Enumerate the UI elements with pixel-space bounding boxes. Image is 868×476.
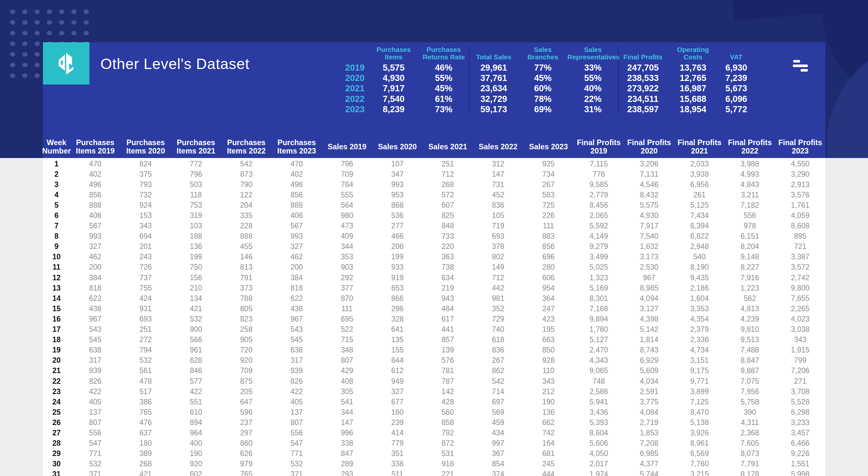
table-cell: 414 [372,429,423,437]
summary-rows: 20195,57546%29,96177%33%247,70513,7636,9… [341,63,754,115]
table-cell: 794 [120,346,171,354]
table-cell: 532 [171,315,221,324]
table-cell: 997 [473,439,523,448]
table-cell: 107 [372,160,423,168]
table-cell: 353 [322,252,372,261]
table-cell: 3,988 [724,160,775,168]
table-cell: 6,569 [674,449,724,458]
table-cell: 317 [70,356,120,365]
summary-row: 20195,57546%29,96177%33%247,70513,7636,9… [341,63,754,73]
table-cell: 5,609 [624,366,674,375]
table-row: 89936941888889934094667336938834,1497,54… [43,231,826,242]
table-cell: 733 [423,232,473,241]
table-column-header: Final Profits 2020 [624,135,674,158]
table-cell: 7,208 [624,439,674,448]
table-cell: 219 [423,284,473,293]
week-number-cell: 6 [43,211,70,220]
summary-value: 238,533 [618,73,668,83]
table-cell: 327 [70,242,120,251]
table-cell: 542 [473,377,523,386]
table-cell: 406 [272,211,322,220]
table-cell: 267 [473,356,523,365]
table-cell: 271 [775,377,826,386]
table-cell: 622 [70,294,120,303]
table-cell: 267 [523,180,574,189]
table-row: 138187552103738183776532194429545,1698,9… [43,283,826,293]
table-column-header: Sales 2023 [523,135,574,158]
table-cell: 421 [171,304,221,313]
week-number-cell: 29 [43,449,70,458]
table-column-header: Week Number [43,135,70,158]
table-cell: 7,125 [674,398,724,406]
table-cell: 2,913 [775,180,826,189]
table-cell: 134 [171,294,221,303]
table-row: 169676935328239676953286177294239,8944,3… [43,314,826,324]
table-cell: 2,591 [624,387,674,396]
table-column-header: Purchases Items 2020 [120,135,171,158]
table-cell: 9,894 [574,315,624,324]
table-cell: 405 [70,398,120,406]
table-cell: 5,744 [624,470,674,476]
table-body: 14708247725424707961072513129257,1153,20… [43,159,826,476]
table-cell: 818 [70,284,120,293]
table-cell: 854 [473,460,523,468]
table-cell: 422 [70,387,120,396]
table-cell: 7,540 [624,232,674,241]
table-cell: 807 [322,356,372,365]
table-cell: 826 [70,377,120,386]
table-cell: 289 [322,460,372,468]
table-cell: 7,182 [724,201,775,210]
table-column-header: Sales 2020 [372,135,423,158]
table-cell: 335 [221,211,272,220]
table-cell: 647 [221,398,272,406]
menu-icon[interactable] [793,60,810,73]
table-cell: 351 [372,449,423,458]
table-cell: 429 [322,366,372,375]
table-cell: 9,800 [775,284,826,293]
table-cell: 964 [171,429,221,437]
table-column-header: Final Profits 2021 [674,135,724,158]
table-cell: 373 [221,284,272,293]
table-cell: 3,499 [574,252,624,261]
table-cell: 405 [272,398,322,406]
table-cell: 6,151 [724,232,775,241]
table-cell: 2,470 [574,346,624,354]
table-cell: 560 [423,408,473,417]
table-cell: 3,387 [775,252,826,261]
summary-value: 23,634 [469,83,518,94]
table-row: 268074768942378071472398584596625,3932,7… [43,417,826,428]
table-cell: 110 [523,366,574,375]
table-cell: 8,743 [624,346,674,354]
table-cell: 428 [423,398,473,406]
table-cell: 210 [171,284,221,293]
table-cell: 424 [120,294,171,303]
table-cell: 928 [523,356,574,365]
table-cell: 949 [372,377,423,386]
table-cell: 719 [473,222,523,230]
table-cell: 190 [171,449,221,458]
table-cell: 732 [120,191,171,199]
table-cell: 738 [423,263,473,272]
table-cell: 352 [473,304,523,313]
table-cell: 866 [372,294,423,303]
table-cell: 694 [120,232,171,241]
table-row: 203175326289203178078445762679284,3436,9… [43,355,826,366]
summary-value: 13,763 [668,63,718,73]
table-cell: 542 [221,160,272,168]
table-cell: 364 [523,294,574,303]
summary-value: 45% [418,83,469,94]
table-cell: 5,127 [574,335,624,344]
summary-value: 7,540 [369,94,418,104]
table-cell: 807 [70,418,120,427]
table-cell: 8,178 [724,470,775,476]
table-cell: 402 [272,170,322,179]
table-cell: 844 [372,356,423,365]
week-number-cell: 20 [43,356,70,365]
table-cell: 4,050 [574,449,624,458]
summary-value: 5,772 [718,104,754,114]
table-cell: 607 [423,201,473,210]
table-cell: 868 [372,201,423,210]
summary-value: 7,239 [718,73,754,83]
summary-row: 20227,54061%32,72978%22%234,51115,6886,0… [341,94,754,104]
table-cell: 5,169 [574,284,624,293]
